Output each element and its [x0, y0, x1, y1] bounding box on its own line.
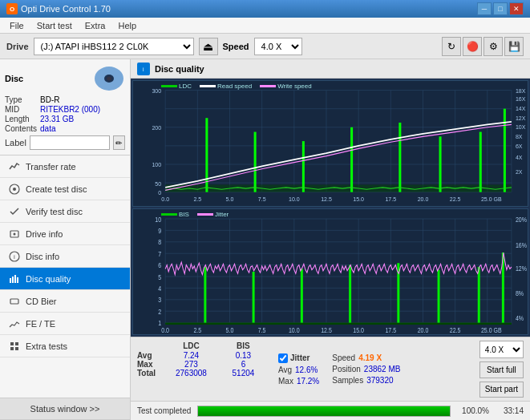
svg-rect-9 [10, 278, 11, 283]
burn-icon[interactable]: 🔴 [463, 37, 482, 56]
app-title: Opti Drive Control 1.70 [21, 4, 111, 14]
max-label: Max [137, 360, 161, 369]
menu-extra[interactable]: Extra [79, 19, 112, 32]
label-row: Label ✏ [5, 135, 125, 150]
speed-val: 4.19 X [358, 353, 382, 362]
svg-text:50: 50 [155, 180, 161, 188]
chart-ldc: LDC Read speed Write speed [132, 80, 528, 207]
close-button[interactable]: ✕ [509, 2, 524, 15]
jitter-label: Jitter [290, 353, 310, 362]
svg-text:6X: 6X [516, 143, 523, 151]
avg-label: Avg [137, 351, 161, 360]
disc-quality-icon [8, 273, 21, 285]
svg-marker-123 [165, 323, 512, 325]
quality-header: i Disc quality [131, 59, 530, 79]
svg-text:8: 8 [158, 239, 161, 247]
nav-extra-tests[interactable]: Extra tests [0, 335, 130, 357]
svg-text:18X: 18X [516, 87, 525, 95]
nav-drive-info[interactable]: Drive info [0, 223, 130, 245]
svg-rect-126 [301, 269, 303, 322]
nav-verify-test-disc[interactable]: Verify test disc [0, 200, 130, 223]
legend-ldc: LDC [179, 83, 192, 90]
position-key: Position [332, 365, 361, 374]
svg-text:200: 200 [152, 124, 161, 132]
legend-jitter: Jitter [215, 211, 229, 218]
svg-rect-127 [349, 265, 351, 323]
menu-start-test[interactable]: Start test [30, 19, 79, 32]
svg-text:0.0: 0.0 [161, 196, 169, 204]
max-jitter-val: 17.2% [297, 377, 319, 386]
svg-text:7: 7 [158, 250, 161, 258]
total-ldc: 2763008 [161, 369, 221, 378]
svg-text:10.0: 10.0 [289, 326, 300, 334]
position-val: 23862 MB [364, 365, 401, 374]
svg-rect-10 [12, 277, 14, 283]
svg-text:14X: 14X [516, 105, 525, 113]
svg-point-2 [107, 77, 111, 81]
menu-help[interactable]: Help [111, 19, 143, 32]
svg-text:5.0: 5.0 [226, 196, 234, 204]
start-part-button[interactable]: Start part [479, 382, 524, 398]
nav-cd-bier-label: CD Bier [26, 297, 57, 306]
label-edit-button[interactable]: ✏ [113, 135, 125, 150]
status-window-button[interactable]: Status window >> [0, 398, 130, 420]
legend-bis: BIS [179, 211, 189, 218]
svg-rect-73 [504, 109, 506, 192]
progress-bar-row: Test completed 100.0% 33:14 [131, 401, 530, 420]
svg-rect-17 [15, 347, 18, 350]
svg-text:3: 3 [158, 297, 161, 305]
svg-rect-14 [10, 342, 14, 345]
svg-text:5: 5 [158, 273, 161, 281]
nav-verify-test-disc-label: Verify test disc [26, 207, 83, 216]
samples-key: Samples [332, 376, 363, 385]
jitter-checkbox[interactable] [278, 353, 288, 363]
app-icon: O [6, 3, 18, 14]
save-icon[interactable]: 💾 [504, 37, 524, 56]
nav-fe-te[interactable]: FE / TE [0, 313, 130, 335]
nav-disc-quality[interactable]: Disc quality [0, 268, 130, 290]
menu-file[interactable]: File [3, 19, 30, 32]
disc-title: Disc [5, 74, 23, 83]
speed-dropdown[interactable]: 4.0 X [479, 341, 524, 358]
svg-text:22.5: 22.5 [450, 326, 461, 334]
eject-button[interactable]: ⏏ [199, 38, 218, 55]
chart1-svg: 300 200 100 50 0 18X 16X 14X 12X 10X 8X … [133, 81, 528, 206]
nav-disc-info[interactable]: i Disc info [0, 245, 130, 268]
nav-create-test-disc[interactable]: Create test disc [0, 178, 130, 200]
maximize-button[interactable]: □ [493, 2, 508, 15]
svg-text:i: i [14, 253, 15, 260]
minimize-button[interactable]: ─ [477, 2, 492, 15]
stats-table-area: LDC BIS Avg 7.24 0.13 Max 273 6 Total [131, 337, 272, 401]
refresh-icon[interactable]: ↻ [442, 37, 461, 56]
length-value: 23.31 GB [40, 115, 125, 123]
svg-rect-13 [10, 299, 18, 304]
svg-text:12.5: 12.5 [321, 326, 332, 334]
avg-jitter-val: 12.6% [295, 365, 318, 374]
progress-fill [198, 406, 450, 416]
speed-select[interactable]: 4.0 X [254, 38, 302, 55]
legend-read-speed: Read speed [217, 83, 252, 90]
start-full-button[interactable]: Start full [479, 361, 524, 378]
drive-select[interactable]: (J:) ATAPI iHBS112 2 CL0K [34, 38, 194, 55]
svg-text:9: 9 [158, 227, 161, 235]
svg-rect-67 [254, 132, 257, 192]
quality-title: Disc quality [155, 64, 204, 74]
settings-icon[interactable]: ⚙ [483, 37, 503, 56]
svg-text:16X: 16X [516, 95, 525, 103]
speed-info-area: Speed 4.19 X Position 23862 MB Samples 3… [326, 337, 407, 401]
svg-text:12%: 12% [516, 265, 527, 273]
disc-info-icon: i [8, 250, 21, 263]
nav-cd-bier[interactable]: CD Bier [0, 290, 130, 313]
mid-value: RITEKBR2 (000) [40, 105, 125, 114]
type-value: BD-R [40, 95, 125, 104]
nav-fe-te-label: FE / TE [26, 319, 55, 329]
contents-value: data [40, 124, 125, 133]
nav-transfer-rate[interactable]: Transfer rate [0, 155, 130, 178]
main-area: Disc Type BD-R MID RITEKBR2 (000) Length… [0, 59, 530, 420]
svg-text:8X: 8X [516, 132, 523, 140]
svg-text:2.5: 2.5 [193, 196, 201, 204]
quality-icon: i [137, 63, 150, 75]
title-bar: O Opti Drive Control 1.70 ─ □ ✕ [0, 0, 530, 18]
label-input[interactable] [30, 135, 110, 150]
svg-text:4X: 4X [516, 154, 523, 162]
